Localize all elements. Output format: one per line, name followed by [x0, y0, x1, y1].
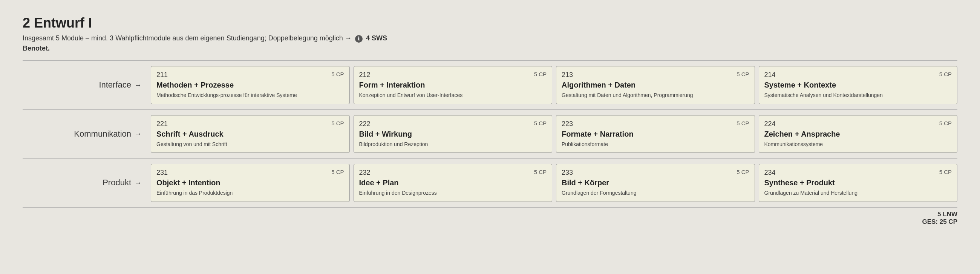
page-title: 2 Entwurf I — [22, 15, 958, 31]
header-subtitle: Insgesamt 5 Module – mind. 3 Wahlpflicht… — [22, 33, 958, 54]
card-desc: Einführung in den Designprozess — [359, 189, 547, 197]
graded-text: Benotet. — [22, 45, 50, 52]
row-label: Kommunikation → — [22, 115, 151, 153]
card: 211 5 CP Methoden + Prozesse Methodische… — [151, 66, 350, 104]
card-desc: Einführung in das Produktdesign — [156, 189, 344, 197]
card: 233 5 CP Bild + Körper Grundlagen der Fo… — [556, 164, 755, 202]
footer-lnw: 5 LNW — [922, 211, 958, 218]
card-header: 221 5 CP — [156, 120, 344, 128]
card-cp: 5 CP — [939, 169, 952, 175]
card-cp: 5 CP — [534, 169, 547, 175]
card: 223 5 CP Formate + Narration Publikation… — [556, 115, 755, 153]
row-label-text: Interface — [99, 80, 131, 90]
card-desc: Publikationsformate — [562, 141, 749, 148]
card-title: Schrift + Ausdruck — [156, 130, 344, 138]
card-title: Synthese + Produkt — [764, 178, 952, 187]
card-cp: 5 CP — [939, 120, 952, 127]
arrow-icon: → — [134, 178, 142, 187]
row-label-text: Kommunikation — [74, 129, 131, 139]
footer-text: 5 LNW GES: 25 CP — [922, 211, 958, 226]
card-title: Idee + Plan — [359, 178, 547, 187]
card: 231 5 CP Objekt + Intention Einführung i… — [151, 164, 350, 202]
card: 212 5 CP Form + Interaktion Konzeption u… — [353, 66, 552, 104]
card-title: Objekt + Intention — [156, 178, 344, 187]
card-title: Systeme + Kontexte — [764, 80, 952, 90]
card-header: 224 5 CP — [764, 120, 952, 128]
row-label-text: Produkt — [102, 178, 131, 187]
card-header: 212 5 CP — [359, 71, 547, 79]
card-number: 224 — [764, 120, 776, 128]
footer-cp: GES: 25 CP — [922, 218, 958, 226]
card-cp: 5 CP — [737, 71, 749, 77]
card-cp: 5 CP — [331, 169, 344, 175]
card: 214 5 CP Systeme + Kontexte Systematisch… — [759, 66, 958, 104]
card-cp: 5 CP — [737, 120, 749, 127]
card-cp: 5 CP — [939, 71, 952, 77]
card-title: Bild + Wirkung — [359, 130, 547, 138]
card-header: 233 5 CP — [562, 169, 749, 176]
card-desc: Methodische Entwicklungs-prozesse für in… — [156, 92, 344, 99]
card-title: Methoden + Prozesse — [156, 80, 344, 90]
card-header: 231 5 CP — [156, 169, 344, 176]
card-number: 231 — [156, 169, 168, 176]
grid-section: Interface → 211 5 CP Methoden + Prozesse… — [22, 60, 958, 208]
card-desc: Gestaltung mit Daten und Algorithmen, Pr… — [562, 92, 749, 99]
card-number: 221 — [156, 120, 168, 128]
card-header: 222 5 CP — [359, 120, 547, 128]
card-header: 211 5 CP — [156, 71, 344, 79]
card: 232 5 CP Idee + Plan Einführung in den D… — [353, 164, 552, 202]
card-desc: Bildproduktion und Rezeption — [359, 141, 547, 148]
card-number: 214 — [764, 71, 776, 79]
card: 222 5 CP Bild + Wirkung Bildproduktion u… — [353, 115, 552, 153]
header: 2 Entwurf I Insgesamt 5 Module – mind. 3… — [22, 15, 958, 54]
card-header: 214 5 CP — [764, 71, 952, 79]
card-desc: Grundlagen zu Material und Herstellung — [764, 189, 952, 197]
arrow-icon: → — [134, 81, 142, 90]
card-title: Algorithmen + Daten — [562, 80, 749, 90]
card-desc: Systematische Analysen und Kontextdarste… — [764, 92, 952, 99]
footer: 5 LNW GES: 25 CP — [22, 208, 958, 226]
grid-row: Interface → 211 5 CP Methoden + Prozesse… — [22, 60, 958, 109]
card-desc: Kommunikationssysteme — [764, 141, 952, 148]
card-number: 234 — [764, 169, 776, 176]
cards-container: 231 5 CP Objekt + Intention Einführung i… — [151, 164, 958, 202]
card-header: 223 5 CP — [562, 120, 749, 128]
card-number: 223 — [562, 120, 573, 128]
card-cp: 5 CP — [331, 71, 344, 77]
subtitle-text: Insgesamt 5 Module – mind. 3 Wahlpflicht… — [22, 34, 352, 42]
card-header: 234 5 CP — [764, 169, 952, 176]
credits-text: 4 SWS — [366, 34, 387, 42]
arrow-icon: → — [134, 130, 142, 138]
cards-container: 211 5 CP Methoden + Prozesse Methodische… — [151, 66, 958, 104]
card-title: Zeichen + Ansprache — [764, 130, 952, 138]
card-number: 232 — [359, 169, 371, 176]
card-cp: 5 CP — [331, 120, 344, 127]
card-number: 211 — [156, 71, 168, 79]
grid-row: Produkt → 231 5 CP Objekt + Intention Ei… — [22, 158, 958, 208]
card: 234 5 CP Synthese + Produkt Grundlagen z… — [759, 164, 958, 202]
card-cp: 5 CP — [534, 71, 547, 77]
card-header: 213 5 CP — [562, 71, 749, 79]
grid-row: Kommunikation → 221 5 CP Schrift + Ausdr… — [22, 109, 958, 159]
card-number: 213 — [562, 71, 573, 79]
card: 221 5 CP Schrift + Ausdruck Gestaltung v… — [151, 115, 350, 153]
card-desc: Konzeption und Entwurf von User-Interfac… — [359, 92, 547, 99]
page: 2 Entwurf I Insgesamt 5 Module – mind. 3… — [0, 0, 980, 274]
card-header: 232 5 CP — [359, 169, 547, 176]
row-label: Interface → — [22, 66, 151, 104]
row-label: Produkt → — [22, 164, 151, 202]
card-desc: Gestaltung von und mit Schrift — [156, 141, 344, 148]
card-title: Form + Interaktion — [359, 80, 547, 90]
card-title: Formate + Narration — [562, 130, 749, 138]
cards-container: 221 5 CP Schrift + Ausdruck Gestaltung v… — [151, 115, 958, 153]
info-icon: ℹ — [355, 35, 363, 43]
card-desc: Grundlagen der Formgestaltung — [562, 189, 749, 197]
card-number: 212 — [359, 71, 371, 79]
card-title: Bild + Körper — [562, 178, 749, 187]
card: 213 5 CP Algorithmen + Daten Gestaltung … — [556, 66, 755, 104]
card: 224 5 CP Zeichen + Ansprache Kommunikati… — [759, 115, 958, 153]
card-number: 233 — [562, 169, 573, 176]
card-number: 222 — [359, 120, 371, 128]
card-cp: 5 CP — [737, 169, 749, 175]
card-cp: 5 CP — [534, 120, 547, 127]
